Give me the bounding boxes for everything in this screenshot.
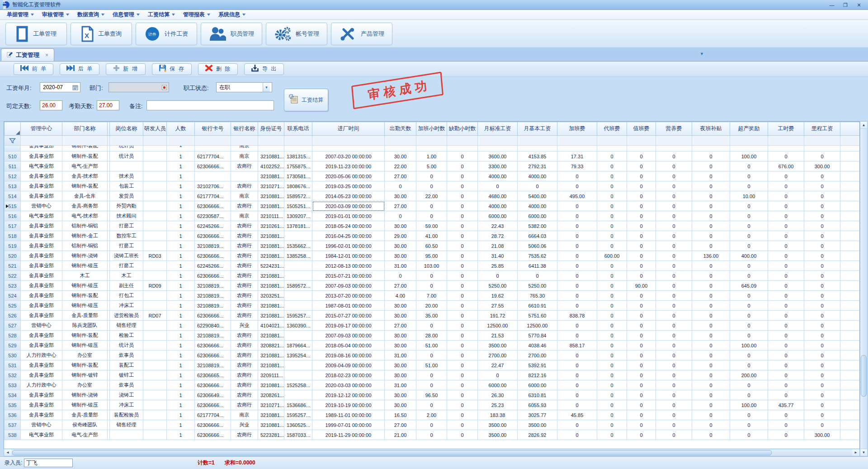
- cell[interactable]: 1: [167, 211, 195, 221]
- cell[interactable]: 0: [557, 201, 597, 211]
- workorder-manage-button[interactable]: 工单管理: [5, 23, 67, 45]
- cell[interactable]: 62306649...: [195, 390, 231, 400]
- cell[interactable]: 0: [416, 281, 447, 291]
- cell[interactable]: 0: [416, 201, 447, 211]
- cell[interactable]: 钢制件-金工: [62, 231, 108, 241]
- row-number[interactable]: 516: [5, 211, 21, 221]
- cell[interactable]: 62306666...: [195, 311, 231, 321]
- department-field[interactable]: [108, 82, 169, 92]
- column-header-1[interactable]: 部门名称: [62, 122, 108, 136]
- cell[interactable]: 农商行: [231, 281, 258, 291]
- fixed-days-input[interactable]: [40, 100, 62, 110]
- cell[interactable]: 0: [447, 191, 478, 201]
- export-record-button[interactable]: 导 出: [244, 63, 284, 75]
- column-header-23[interactable]: 里程工资: [804, 122, 840, 136]
- cell[interactable]: 1: [167, 351, 195, 360]
- prev-record-button[interactable]: 前 单: [14, 63, 53, 75]
- cell[interactable]: 0: [557, 251, 597, 261]
- filter-cell[interactable]: [730, 136, 768, 146]
- cell[interactable]: 农商行: [231, 400, 258, 410]
- cell[interactable]: 金具-商务部: [62, 201, 108, 211]
- cell[interactable]: 0: [447, 271, 478, 281]
- cell[interactable]: 0: [557, 430, 597, 440]
- cell[interactable]: 0: [557, 321, 597, 331]
- column-header-15[interactable]: 月基本工资: [518, 122, 557, 136]
- column-header-12[interactable]: 加班小时数: [416, 122, 447, 136]
- filter-cell[interactable]: [258, 136, 284, 146]
- cell[interactable]: 0: [597, 390, 627, 400]
- cell[interactable]: 0: [416, 420, 447, 430]
- cell[interactable]: 0: [692, 211, 730, 221]
- cell[interactable]: 0: [804, 400, 840, 410]
- cell[interactable]: 0: [730, 171, 768, 181]
- cell[interactable]: 农商行: [231, 261, 258, 271]
- cell[interactable]: 8212.16: [518, 370, 557, 380]
- account-manage-button[interactable]: 帐号管理: [266, 23, 327, 45]
- cell[interactable]: 0: [804, 201, 840, 211]
- cell[interactable]: 农商行: [231, 221, 258, 231]
- cell[interactable]: 农商行: [231, 331, 258, 341]
- cell[interactable]: 765.30: [518, 291, 557, 301]
- cell[interactable]: 2016-04-25 00:00:00: [312, 231, 385, 241]
- cell[interactable]: 1.00: [416, 152, 447, 161]
- cell[interactable]: 0: [447, 231, 478, 241]
- cell[interactable]: 3210881...: [258, 201, 284, 211]
- cell[interactable]: 1: [167, 380, 195, 390]
- cell[interactable]: 0: [768, 331, 804, 341]
- cell[interactable]: 0: [692, 181, 730, 191]
- cell[interactable]: 2019-08-16 00:00:00: [312, 351, 385, 360]
- cell[interactable]: 0: [804, 390, 840, 400]
- cell[interactable]: [416, 146, 447, 152]
- cell[interactable]: 0: [627, 191, 656, 201]
- cell[interactable]: 0: [768, 420, 804, 430]
- cell[interactable]: 2.00: [416, 410, 447, 420]
- cell[interactable]: 0: [692, 380, 730, 390]
- cell[interactable]: [143, 420, 167, 430]
- cell[interactable]: 20.00: [416, 301, 447, 311]
- cell[interactable]: 0: [768, 380, 804, 390]
- cell[interactable]: 0: [597, 360, 627, 370]
- cell[interactable]: 1: [167, 161, 195, 171]
- cell[interactable]: [143, 161, 167, 171]
- cell[interactable]: 0: [627, 271, 656, 281]
- cell[interactable]: 0: [730, 181, 768, 191]
- cell[interactable]: 0: [804, 301, 840, 311]
- column-header-10[interactable]: 进厂时间: [312, 122, 385, 136]
- cell[interactable]: 2007-09-03 00:00:00: [312, 331, 385, 341]
- cell[interactable]: 0: [656, 380, 692, 390]
- cell[interactable]: 0: [597, 161, 627, 171]
- cell[interactable]: 27.00: [385, 281, 416, 291]
- cell[interactable]: 4000.00: [478, 171, 518, 181]
- cell[interactable]: 农商行: [231, 251, 258, 261]
- cell[interactable]: 副主任: [110, 281, 143, 291]
- cell[interactable]: 0: [447, 211, 478, 221]
- cell[interactable]: 打磨工: [110, 221, 143, 231]
- cell[interactable]: 103.00: [416, 261, 447, 271]
- cell[interactable]: 0: [557, 360, 597, 370]
- cell[interactable]: 300.00: [804, 161, 840, 171]
- cell[interactable]: 2700.00: [518, 351, 557, 360]
- cell[interactable]: 统计员: [110, 152, 143, 161]
- cell[interactable]: 浇铸工班长: [110, 251, 143, 261]
- cell[interactable]: 1595257...: [284, 311, 312, 321]
- cell[interactable]: 4000.00: [518, 171, 557, 181]
- cell[interactable]: 农商行: [231, 360, 258, 370]
- cell[interactable]: 838.78: [557, 311, 597, 321]
- cell[interactable]: 0: [730, 241, 768, 251]
- cell[interactable]: 冲床工: [110, 400, 143, 410]
- cell[interactable]: 96.50: [416, 390, 447, 400]
- cell[interactable]: 0: [692, 241, 730, 251]
- cell[interactable]: 1: [167, 430, 195, 440]
- cell[interactable]: 21.00: [385, 430, 416, 440]
- cell[interactable]: 1: [167, 370, 195, 380]
- entry-clerk-input[interactable]: [24, 459, 73, 467]
- cell[interactable]: 0: [627, 251, 656, 261]
- cell[interactable]: 2700.00: [478, 351, 518, 360]
- cell[interactable]: 办公室: [62, 380, 108, 390]
- cell[interactable]: 0: [730, 430, 768, 440]
- cell[interactable]: 1378181...: [284, 221, 312, 231]
- cell[interactable]: 30.00: [385, 221, 416, 231]
- cell[interactable]: 4104021...: [258, 321, 284, 331]
- cell[interactable]: 0: [730, 231, 768, 241]
- cell[interactable]: 1: [167, 241, 195, 251]
